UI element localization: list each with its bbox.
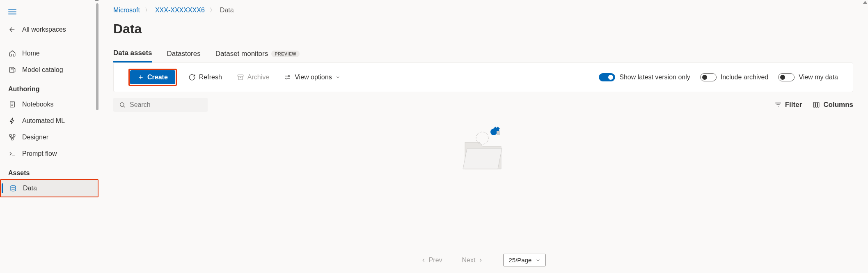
- empty-state: [98, 118, 868, 250]
- nav-label: Model catalog: [22, 66, 63, 74]
- svg-rect-4: [11, 138, 14, 140]
- tab-dataset-monitors[interactable]: Dataset monitors PREVIEW: [215, 50, 300, 62]
- nav-prompt-flow[interactable]: Prompt flow: [0, 146, 98, 162]
- switch-off[interactable]: [778, 73, 795, 81]
- catalog-icon: [8, 66, 16, 74]
- svg-rect-1: [10, 102, 15, 107]
- empty-folder-illustration: [455, 122, 512, 179]
- tab-label: Datastores: [167, 50, 201, 58]
- switch-on[interactable]: [599, 73, 615, 81]
- svg-point-5: [11, 185, 16, 187]
- filter-button[interactable]: Filter: [774, 101, 802, 109]
- arrow-left-icon: [8, 25, 16, 34]
- nav-notebooks[interactable]: Notebooks: [0, 96, 98, 113]
- button-label: Create: [147, 74, 168, 81]
- button-label: Filter: [785, 101, 802, 109]
- svg-point-8: [286, 78, 287, 79]
- list-toolbar: Filter Columns: [98, 92, 868, 118]
- main-content: Microsoft 〉 XXX-XXXXXXX6 〉 Data Data Dat…: [98, 0, 868, 273]
- nav-home[interactable]: Home: [0, 45, 98, 62]
- svg-rect-6: [238, 75, 243, 76]
- sidebar: All workspaces Home Model catalog Author…: [0, 0, 98, 273]
- home-icon: [8, 49, 16, 58]
- search-icon: [119, 102, 126, 108]
- nav-label: Designer: [22, 134, 48, 141]
- button-label: View options: [295, 74, 332, 81]
- nav-label: Notebooks: [22, 101, 54, 108]
- tab-data-assets[interactable]: Data assets: [113, 49, 152, 62]
- hamburger-menu[interactable]: [0, 5, 98, 21]
- breadcrumb: Microsoft 〉 XXX-XXXXXXX6 〉 Data: [98, 0, 868, 16]
- select-label: 25/Page: [508, 257, 531, 264]
- switch-off[interactable]: [700, 73, 717, 81]
- svg-rect-15: [497, 131, 500, 135]
- toggle-include-archived[interactable]: Include archived: [700, 73, 769, 81]
- columns-icon: [813, 101, 820, 109]
- toggle-view-my-data[interactable]: View my data: [778, 73, 838, 81]
- nav-all-workspaces[interactable]: All workspaces: [0, 21, 98, 38]
- chevron-down-icon: [335, 75, 340, 80]
- nav-label: Prompt flow: [22, 150, 57, 157]
- toggle-label: Show latest version only: [619, 74, 690, 81]
- nav-label: Home: [22, 50, 40, 57]
- nav-automated-ml[interactable]: Automated ML: [0, 113, 98, 129]
- button-label: Next: [462, 257, 476, 264]
- page-title: Data: [98, 16, 868, 42]
- chevron-right-icon: [478, 257, 483, 263]
- lightning-icon: [8, 117, 16, 125]
- view-options-button[interactable]: View options: [281, 71, 343, 83]
- toggle-label: View my data: [799, 74, 838, 81]
- refresh-icon: [188, 74, 196, 81]
- notebook-icon: [8, 100, 16, 109]
- filter-icon: [774, 101, 782, 109]
- data-icon: [9, 184, 17, 192]
- sliders-icon: [284, 74, 291, 81]
- button-label: Archive: [247, 74, 269, 81]
- svg-point-7: [289, 76, 290, 77]
- button-label: Refresh: [199, 74, 222, 81]
- tab-label: Data assets: [113, 49, 152, 57]
- sidebar-scrollbar[interactable]: [94, 0, 98, 273]
- toggle-show-latest[interactable]: Show latest version only: [599, 73, 690, 81]
- search-input[interactable]: [130, 101, 202, 109]
- nav-label: Automated ML: [22, 117, 65, 125]
- svg-rect-11: [816, 102, 818, 107]
- svg-rect-3: [13, 134, 15, 136]
- preview-badge: PREVIEW: [271, 51, 300, 57]
- prompt-flow-icon: [8, 150, 16, 158]
- tab-datastores[interactable]: Datastores: [167, 50, 201, 62]
- button-label: Columns: [823, 101, 853, 109]
- archive-icon: [237, 74, 244, 81]
- designer-icon: [8, 133, 16, 141]
- refresh-button[interactable]: Refresh: [185, 71, 225, 83]
- nav-data[interactable]: Data: [1, 180, 98, 197]
- main-scrollbar[interactable]: [862, 0, 868, 273]
- toolbar: Create Refresh Archive View options: [113, 62, 853, 92]
- breadcrumb-link[interactable]: Microsoft: [113, 7, 140, 14]
- chevron-right-icon: 〉: [145, 7, 150, 14]
- svg-rect-10: [814, 102, 815, 107]
- nav-label: Data: [23, 185, 37, 192]
- toggle-label: Include archived: [721, 74, 769, 81]
- search-box[interactable]: [113, 98, 208, 112]
- prev-button: Prev: [421, 257, 442, 264]
- pagination: Prev Next 25/Page: [98, 250, 868, 273]
- columns-button[interactable]: Columns: [813, 101, 853, 109]
- archive-button: Archive: [234, 71, 273, 83]
- nav-designer[interactable]: Designer: [0, 129, 98, 146]
- chevron-left-icon: [421, 257, 426, 263]
- next-button: Next: [462, 257, 484, 264]
- svg-rect-2: [9, 134, 11, 136]
- tabs: Data assets Datastores Dataset monitors …: [98, 42, 868, 62]
- nav-section-authoring: Authoring: [0, 78, 98, 96]
- button-label: Prev: [429, 257, 442, 264]
- tab-label: Dataset monitors: [215, 50, 268, 58]
- create-button[interactable]: Create: [130, 70, 175, 84]
- svg-point-9: [120, 103, 124, 106]
- breadcrumb-link[interactable]: XXX-XXXXXXX6: [155, 7, 205, 14]
- page-size-select[interactable]: 25/Page: [503, 254, 546, 266]
- nav-model-catalog[interactable]: Model catalog: [0, 62, 98, 78]
- plus-icon: [137, 74, 144, 81]
- nav-label: All workspaces: [22, 26, 66, 33]
- nav-section-assets: Assets: [0, 162, 98, 180]
